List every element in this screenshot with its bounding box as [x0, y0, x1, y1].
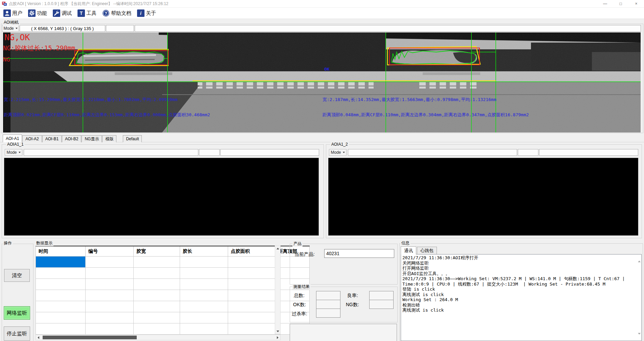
- table-cell[interactable]: [86, 279, 134, 290]
- table-cell[interactable]: [180, 323, 228, 335]
- toolbar-label: 帮助文档: [111, 10, 131, 17]
- network-listen-button[interactable]: 网络监听: [4, 306, 30, 320]
- tab-ng-display[interactable]: NG显示: [82, 135, 102, 142]
- table-cell[interactable]: [134, 268, 180, 279]
- maximize-button[interactable]: □: [613, 0, 628, 7]
- stop-listen-button[interactable]: 停止监听: [4, 326, 30, 341]
- panel-right-mode-dropdown[interactable]: Mode: [329, 149, 347, 156]
- scroll-up-button[interactable]: [275, 246, 280, 251]
- toolbar-button-debug[interactable]: 调试: [52, 9, 72, 18]
- table-cell[interactable]: [86, 323, 134, 335]
- toolbar-button-functions[interactable]: 功能: [27, 9, 48, 18]
- table-cell[interactable]: [86, 268, 134, 279]
- camera-image-view[interactable]: NG,OK NG:胶体过长:15.290mm, NG OK 宽:2.215mm,…: [3, 32, 641, 132]
- table-cell[interactable]: [180, 279, 228, 290]
- table-cell[interactable]: [228, 268, 275, 279]
- tab-aoi-b1[interactable]: AOI-B1: [42, 135, 62, 142]
- table-cell[interactable]: [36, 290, 86, 301]
- table-cell[interactable]: [36, 323, 86, 335]
- table-cell[interactable]: [36, 301, 86, 312]
- overkill-field[interactable]: [316, 309, 340, 318]
- table-cell[interactable]: [134, 257, 180, 268]
- tab-template[interactable]: 模版: [102, 135, 116, 142]
- scroll-right-button[interactable]: [275, 335, 280, 340]
- ok-count-field[interactable]: [316, 300, 340, 309]
- scroll-left-button[interactable]: [36, 335, 41, 340]
- close-button[interactable]: ×: [628, 0, 644, 7]
- table-cell[interactable]: [180, 268, 228, 279]
- table-cell[interactable]: [36, 257, 86, 268]
- help-icon: ?: [102, 9, 110, 17]
- column-header[interactable]: 时间: [36, 246, 86, 257]
- arrow-left-icon: [38, 336, 39, 339]
- table-cell[interactable]: [134, 301, 180, 312]
- table-vertical-scrollbar[interactable]: [275, 246, 281, 334]
- table-cell[interactable]: [86, 290, 134, 301]
- table-cell[interactable]: [180, 312, 228, 323]
- yield-field[interactable]: [369, 291, 394, 300]
- current-product-input[interactable]: 40231: [324, 249, 394, 258]
- scrollbar-thumb[interactable]: [43, 336, 137, 339]
- table-cell[interactable]: [228, 257, 275, 268]
- camera-mode-dropdown[interactable]: Mode: [2, 25, 19, 32]
- toolbar-label: 工具: [86, 10, 96, 17]
- column-header[interactable]: 胶长: [180, 246, 228, 257]
- tab-comms[interactable]: 通讯: [401, 246, 416, 254]
- toolbar-button-about[interactable]: i 关于: [136, 9, 157, 18]
- arrow-down-icon: [638, 333, 641, 339]
- log-scroll-down[interactable]: [638, 335, 641, 339]
- column-header[interactable]: 胶宽: [134, 246, 180, 257]
- table-cell[interactable]: [228, 279, 275, 290]
- log-scroll-up[interactable]: [638, 256, 641, 261]
- table-cell[interactable]: [180, 301, 228, 312]
- window-title: 点胶AOI [ Version : 1.0.0.9 ] 程序 【当前用户: En…: [9, 1, 169, 7]
- toolbar-button-tools[interactable]: T 工具: [77, 9, 97, 18]
- clear-button[interactable]: 清空: [4, 269, 30, 282]
- table-cell[interactable]: [180, 290, 228, 301]
- current-product-label: 当前产品:: [294, 251, 315, 258]
- column-header[interactable]: 点胶面积: [228, 246, 275, 257]
- panel-left-mode-dropdown[interactable]: Mode: [5, 149, 22, 156]
- tab-aoi-a2[interactable]: AOI-A2: [22, 135, 42, 142]
- table-cell[interactable]: [86, 257, 134, 268]
- log-area[interactable]: 2021/7/29 11:36:30:AOI程序打开关闭网络监听打开网络监听开启…: [401, 254, 642, 341]
- table-cell[interactable]: [228, 323, 275, 335]
- yield-label: 良率:: [347, 293, 358, 299]
- log-lines: 2021/7/29 11:36:30:AOI程序打开关闭网络监听打开网络监听开启…: [401, 254, 641, 314]
- table-cell[interactable]: [86, 301, 134, 312]
- panel-left-image-view[interactable]: [4, 158, 319, 236]
- table-cell[interactable]: [228, 290, 275, 301]
- tab-heartbeat[interactable]: 心跳包: [417, 247, 437, 254]
- camera-field-2: [106, 25, 134, 32]
- panel-right-image-view[interactable]: [328, 158, 638, 236]
- tab-default[interactable]: Default: [123, 135, 142, 142]
- toolbar-button-help[interactable]: ? 帮助文档: [102, 9, 132, 18]
- mode-label: Mode: [331, 150, 341, 155]
- table-cell[interactable]: [134, 279, 180, 290]
- wrench-icon: [53, 9, 60, 17]
- table-cell[interactable]: [228, 301, 275, 312]
- ng-count-field[interactable]: [369, 300, 394, 309]
- table-cell[interactable]: [36, 279, 86, 290]
- table-cell[interactable]: [86, 312, 134, 323]
- table-row: [36, 301, 310, 312]
- table-cell[interactable]: [36, 268, 86, 279]
- table-cell[interactable]: [134, 290, 180, 301]
- table-cell[interactable]: [134, 323, 180, 335]
- total-field[interactable]: [316, 291, 340, 300]
- tab-aoi-a1[interactable]: AOI-A1: [3, 135, 22, 142]
- tab-aoi-b2[interactable]: AOI-B2: [62, 135, 81, 142]
- toolbar-button-user[interactable]: 用户: [3, 9, 23, 18]
- minimize-button[interactable]: —: [597, 0, 613, 7]
- table-cell[interactable]: [180, 257, 228, 268]
- table-cell[interactable]: [36, 312, 86, 323]
- table-cell[interactable]: [134, 312, 180, 323]
- column-header[interactable]: 编号: [86, 246, 134, 257]
- table-horizontal-scrollbar[interactable]: [36, 335, 281, 340]
- scroll-down-button[interactable]: [275, 329, 280, 334]
- arrow-up-icon: [276, 248, 279, 249]
- mode-label: Mode: [3, 26, 14, 31]
- panel-right-label: AOIA1_2: [330, 142, 349, 147]
- table-cell[interactable]: [228, 312, 275, 323]
- results-group-label: 测量结果: [292, 284, 311, 290]
